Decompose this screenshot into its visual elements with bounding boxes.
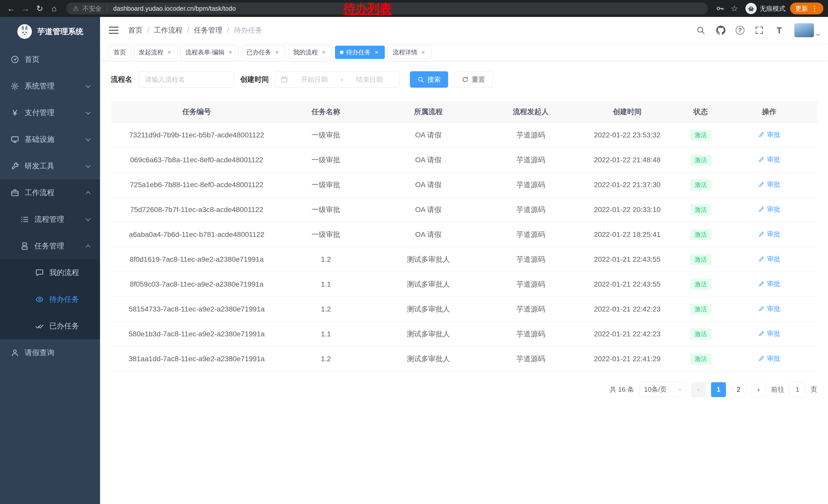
sidebar-item-leave-query[interactable]: 请假查询 [0, 339, 100, 366]
calendar-icon [280, 76, 288, 83]
start-date-placeholder[interactable]: 开始日期 [290, 75, 339, 84]
approve-link[interactable]: 审批 [758, 354, 780, 363]
tasks-icon [20, 241, 29, 251]
chevron-down-icon [86, 110, 90, 114]
breadcrumb: 首页 / 工作流程 / 任务管理 / 待办任务 [128, 26, 262, 35]
sidebar-item-todo-task[interactable]: 待办任务 [0, 286, 100, 313]
breadcrumb-item[interactable]: 任务管理 [194, 26, 223, 35]
chevron-down-icon [678, 387, 681, 391]
tab-done-task[interactable]: 已办任务 × [242, 46, 285, 59]
approve-link[interactable]: 审批 [758, 155, 780, 164]
status-badge: 激活 [690, 154, 711, 166]
cell-status: 激活 [680, 321, 721, 346]
fullscreen-icon[interactable] [754, 25, 764, 35]
user-avatar[interactable] [794, 23, 819, 37]
approve-label: 审批 [767, 255, 780, 264]
chevron-up-icon [86, 244, 90, 249]
tab-my-process[interactable]: 我的流程 × [288, 46, 332, 59]
search-icon[interactable] [696, 25, 706, 35]
sidebar-item-process-mgmt[interactable]: 流程管理 [0, 206, 100, 233]
cell-process: OA 请假 [369, 222, 487, 247]
home-icon[interactable]: ⌂ [48, 2, 60, 15]
page-button-2[interactable]: 2 [731, 382, 746, 397]
warning-icon[interactable]: ⚠ [73, 5, 79, 12]
cell-starter: 芋道源码 [487, 197, 574, 222]
forward-icon[interactable]: → [19, 2, 32, 15]
process-name-input[interactable] [138, 71, 234, 88]
goto-label: 前往 [771, 385, 784, 394]
search-button[interactable]: 搜索 [410, 71, 448, 88]
next-page-button[interactable]: › [751, 382, 766, 397]
tab-label: 首页 [114, 48, 126, 56]
cell-task-id: 75d72608-7b7f-11ec-a3c8-acde48001122 [111, 197, 282, 222]
logo[interactable]: 芋道管理系统 [0, 17, 100, 46]
page-button-1[interactable]: 1 [711, 382, 726, 397]
breadcrumb-item[interactable]: 工作流程 [154, 26, 182, 35]
close-icon[interactable]: × [274, 49, 280, 56]
font-size-icon[interactable]: T [774, 25, 784, 35]
goto-page-input[interactable] [790, 382, 805, 397]
back-icon[interactable]: ← [5, 2, 17, 15]
sidebar-item-devtools[interactable]: 研发工具 [0, 153, 100, 179]
sidebar-item-system[interactable]: 系统管理 [0, 73, 100, 99]
close-icon[interactable]: × [227, 49, 234, 56]
end-date-placeholder[interactable]: 结束日期 [344, 75, 394, 84]
update-button[interactable]: 更新 ⋮ [790, 3, 823, 14]
sidebar-item-task-mgmt[interactable]: 任务管理 [0, 233, 100, 260]
sidebar-item-home[interactable]: 首页 [0, 46, 100, 73]
browser-chrome: ← → ↻ ⌂ ⚠ 不安全 dashboard.yudao.iocoder.cn… [0, 0, 828, 17]
close-icon[interactable]: × [373, 49, 380, 56]
key-icon[interactable] [714, 2, 727, 15]
tab-home[interactable]: 首页 [109, 46, 131, 59]
cell-created: 2022-01-22 20:33:10 [574, 197, 680, 222]
more-menu-icon[interactable]: ⋮ [811, 4, 818, 13]
reset-button[interactable]: 重置 [454, 71, 493, 88]
approve-link[interactable]: 审批 [758, 180, 780, 189]
approve-link[interactable]: 审批 [758, 205, 780, 214]
approve-link[interactable]: 审批 [758, 329, 780, 338]
cell-action: 审批 [721, 147, 817, 172]
edit-icon [758, 131, 765, 138]
close-icon[interactable]: × [166, 49, 173, 56]
star-icon[interactable]: ☆ [728, 2, 741, 15]
status-badge: 激活 [690, 254, 711, 265]
date-range-picker[interactable]: 开始日期 - 结束日期 [275, 71, 400, 88]
column-header-status: 状态 [680, 101, 721, 123]
approve-link[interactable]: 审批 [758, 255, 780, 264]
reload-icon[interactable]: ↻ [33, 2, 46, 15]
tab-todo-task[interactable]: 待办任务 × [335, 46, 385, 59]
navbar-actions: ? T [696, 23, 819, 37]
prev-page-button[interactable]: ‹ [691, 382, 706, 397]
cell-process: OA 请假 [369, 172, 487, 197]
sidebar-item-payment[interactable]: ¥ 支付管理 [0, 99, 100, 126]
approve-link[interactable]: 审批 [758, 230, 780, 239]
sidebar-item-my-process[interactable]: 我的流程 [0, 260, 100, 286]
url-text[interactable]: dashboard.yudao.iocoder.cn/bpm/task/todo [113, 5, 236, 12]
cell-action: 审批 [721, 272, 817, 296]
cell-task-name: 一级审批 [282, 147, 369, 172]
close-icon[interactable]: × [420, 49, 426, 56]
breadcrumb-item[interactable]: 首页 [128, 26, 142, 35]
github-icon[interactable] [716, 25, 726, 35]
table-row: 725a1eb6-7b88-11ec-8ef0-acde48001122 一级审… [111, 172, 817, 197]
approve-link[interactable]: 审批 [758, 130, 780, 139]
tab-start-process[interactable]: 发起流程 × [134, 46, 177, 59]
collapse-sidebar-icon[interactable] [109, 25, 119, 35]
help-icon[interactable]: ? [736, 26, 744, 35]
close-icon[interactable]: × [320, 49, 327, 56]
sidebar-item-done-task[interactable]: 已办任务 [0, 313, 100, 339]
status-badge: 激活 [690, 279, 711, 290]
address-bar[interactable]: ⚠ 不安全 dashboard.yudao.iocoder.cn/bpm/tas… [66, 3, 708, 14]
sidebar-item-infra[interactable]: 基础设施 [0, 126, 100, 153]
eye-icon [35, 295, 44, 304]
cell-status: 激活 [680, 247, 721, 272]
sidebar-item-workflow[interactable]: 工作流程 [0, 179, 100, 206]
cell-task-name: 一级审批 [282, 197, 369, 222]
page-size-select[interactable]: 10条/页 [639, 382, 686, 397]
table-row: 75d72608-7b7f-11ec-a3c8-acde48001122 一级审… [111, 197, 817, 222]
column-header-created: 创建时间 [574, 101, 680, 123]
approve-link[interactable]: 审批 [758, 304, 780, 313]
approve-link[interactable]: 审批 [758, 279, 780, 288]
tab-process-detail[interactable]: 流程详情 × [388, 46, 431, 59]
tab-process-form-edit[interactable]: 流程表单-编辑 × [180, 46, 239, 59]
